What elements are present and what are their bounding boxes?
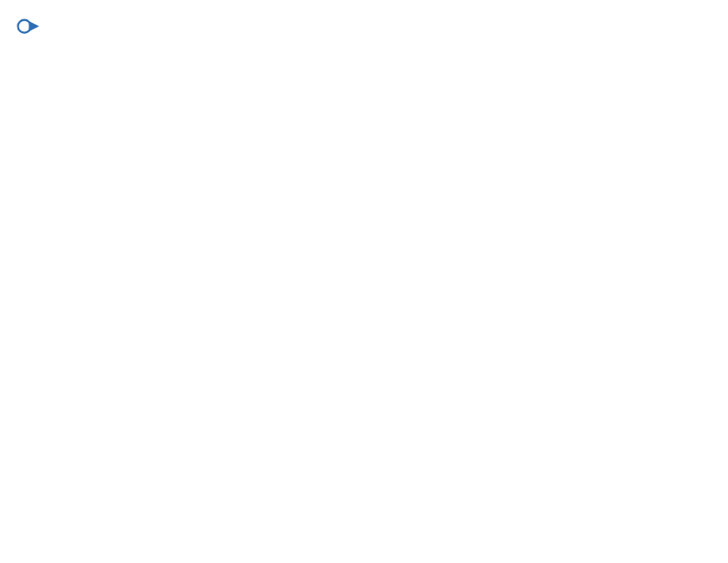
logo — [15, 15, 44, 40]
svg-marker-1 — [28, 21, 39, 31]
header — [15, 15, 713, 40]
logo-icon — [15, 15, 40, 40]
